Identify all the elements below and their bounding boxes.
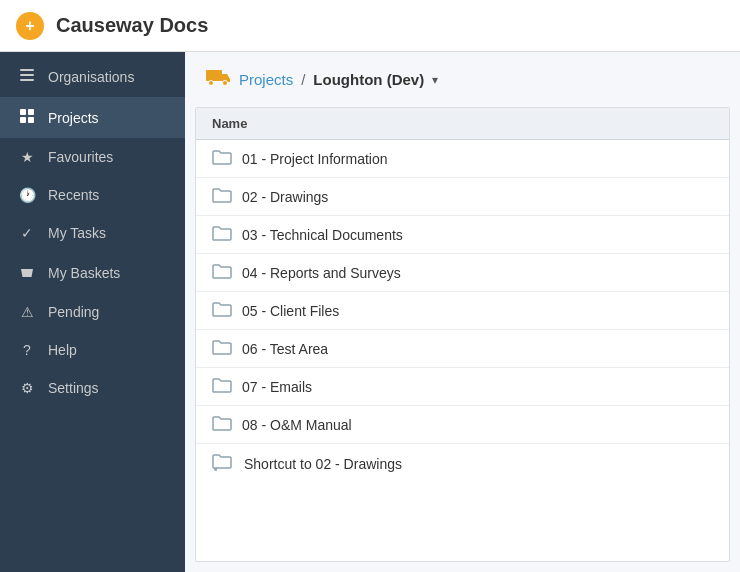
shortcut-folder-icon: [212, 453, 234, 471]
sidebar: Organisations Projects ★ Favourites 🕐 Re…: [0, 52, 185, 572]
sidebar-item-favourites[interactable]: ★ Favourites: [0, 138, 185, 176]
file-name: 07 - Emails: [242, 379, 312, 395]
svg-rect-1: [20, 74, 34, 76]
folder-icon: [212, 149, 232, 165]
sidebar-label-my-baskets: My Baskets: [48, 265, 120, 281]
folder-icon: [212, 263, 232, 279]
svg-rect-3: [20, 109, 26, 115]
svg-rect-0: [20, 69, 34, 71]
sidebar-label-organisations: Organisations: [48, 69, 134, 85]
sidebar-item-help[interactable]: ? Help: [0, 331, 185, 369]
svg-rect-7: [206, 70, 222, 81]
file-name: 01 - Project Information: [242, 151, 388, 167]
star-icon: ★: [18, 149, 36, 165]
clock-icon: 🕐: [18, 187, 36, 203]
sidebar-label-recents: Recents: [48, 187, 99, 203]
sidebar-item-settings[interactable]: ⚙ Settings: [0, 369, 185, 407]
breadcrumb: Projects / Loughton (Dev) ▾: [185, 52, 740, 107]
table-row[interactable]: 04 - Reports and Surveys: [196, 254, 729, 292]
table-row[interactable]: 08 - O&M Manual: [196, 406, 729, 444]
sidebar-item-organisations[interactable]: Organisations: [0, 56, 185, 97]
file-name: 08 - O&M Manual: [242, 417, 352, 433]
sidebar-label-help: Help: [48, 342, 77, 358]
svg-rect-6: [28, 117, 34, 123]
help-icon: ?: [18, 342, 36, 358]
table-row[interactable]: 02 - Drawings: [196, 178, 729, 216]
folder-icon: [212, 415, 232, 431]
breadcrumb-projects-link[interactable]: Projects: [239, 71, 293, 88]
sidebar-item-recents[interactable]: 🕐 Recents: [0, 176, 185, 214]
file-rows-container: 01 - Project Information 02 - Drawings 0…: [196, 140, 729, 483]
check-icon: ✓: [18, 225, 36, 241]
gear-icon: ⚙: [18, 380, 36, 396]
svg-point-9: [223, 81, 228, 86]
sidebar-label-projects: Projects: [48, 110, 99, 126]
project-truck-icon: [205, 66, 231, 93]
breadcrumb-separator: /: [301, 71, 305, 88]
app-title: Causeway Docs: [56, 14, 208, 37]
folder-icon: [212, 377, 232, 393]
table-row[interactable]: 07 - Emails: [196, 368, 729, 406]
file-name: 02 - Drawings: [242, 189, 328, 205]
file-table: Name 01 - Project Information 02 - Drawi…: [195, 107, 730, 562]
file-name: 04 - Reports and Surveys: [242, 265, 401, 281]
file-name: 05 - Client Files: [242, 303, 339, 319]
svg-rect-2: [20, 79, 34, 81]
sidebar-item-my-baskets[interactable]: My Baskets: [0, 252, 185, 293]
table-row[interactable]: Shortcut to 02 - Drawings: [196, 444, 729, 483]
svg-rect-4: [28, 109, 34, 115]
alert-icon: ⚠: [18, 304, 36, 320]
basket-icon: [18, 263, 36, 282]
projects-icon: [18, 108, 36, 127]
sidebar-label-my-tasks: My Tasks: [48, 225, 106, 241]
file-name: 06 - Test Area: [242, 341, 328, 357]
svg-point-8: [209, 81, 214, 86]
sidebar-item-pending[interactable]: ⚠ Pending: [0, 293, 185, 331]
breadcrumb-dropdown-arrow[interactable]: ▾: [432, 73, 438, 87]
sidebar-label-pending: Pending: [48, 304, 99, 320]
app-header: + Causeway Docs: [0, 0, 740, 52]
folder-icon: [212, 301, 232, 317]
file-name: 03 - Technical Documents: [242, 227, 403, 243]
breadcrumb-current-project: Loughton (Dev): [313, 71, 424, 88]
content-area: Projects / Loughton (Dev) ▾ Name 01 - Pr…: [185, 52, 740, 572]
svg-rect-5: [20, 117, 26, 123]
folder-icon: [212, 339, 232, 355]
sidebar-label-favourites: Favourites: [48, 149, 113, 165]
main-layout: Organisations Projects ★ Favourites 🕐 Re…: [0, 52, 740, 572]
folder-icon: [212, 187, 232, 203]
app-logo-icon: +: [16, 12, 44, 40]
table-row[interactable]: 06 - Test Area: [196, 330, 729, 368]
table-row[interactable]: 01 - Project Information: [196, 140, 729, 178]
org-icon: [18, 67, 36, 86]
table-column-name: Name: [196, 108, 729, 140]
sidebar-item-projects[interactable]: Projects: [0, 97, 185, 138]
table-row[interactable]: 05 - Client Files: [196, 292, 729, 330]
sidebar-label-settings: Settings: [48, 380, 99, 396]
folder-icon: [212, 225, 232, 241]
table-row[interactable]: 03 - Technical Documents: [196, 216, 729, 254]
sidebar-item-my-tasks[interactable]: ✓ My Tasks: [0, 214, 185, 252]
file-name: Shortcut to 02 - Drawings: [244, 456, 402, 472]
